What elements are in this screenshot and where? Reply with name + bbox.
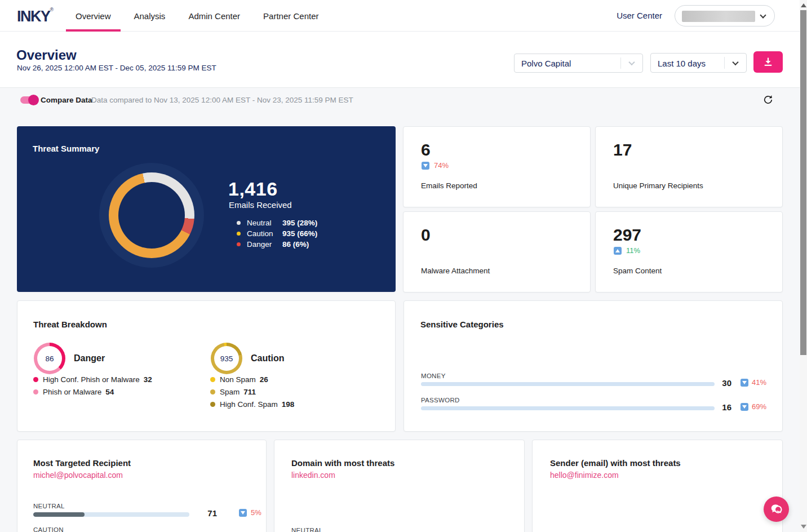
chat-widget-button[interactable] [764, 496, 789, 522]
threat-donut-halo [99, 163, 204, 268]
password-delta: 69% [741, 402, 766, 411]
toggle-knob [28, 95, 39, 105]
stat-label: Unique Primary Recipients [613, 181, 703, 190]
phish-dot-icon [33, 389, 38, 394]
emails-received-label: Emails Received [229, 200, 292, 210]
download-report-button[interactable] [753, 51, 783, 73]
caution-legend: Non Spam 26 Spam 711 High Conf. Spam 198 [210, 373, 294, 410]
danger-dot-icon [237, 242, 241, 246]
period-select[interactable]: Last 10 days [650, 53, 747, 73]
recipient-link[interactable]: michel@polvocapital.com [33, 471, 123, 480]
legend-item: Spam 711 [210, 385, 294, 398]
org-select[interactable]: Polvo Capital [514, 54, 643, 73]
page-header: Overview Nov 26, 2025 12:00 AM EST - Dec… [0, 32, 800, 88]
delta-down-badge-icon [239, 509, 247, 517]
neutral-bar [33, 512, 189, 517]
stat-card-unique-recipients: 17 Unique Primary Recipients [595, 126, 783, 207]
sensitive-categories-card: Sensitive Categories MONEY 30 41% PASSWO… [404, 300, 783, 432]
nav-tabs: Overview Analysis Admin Center Partner C… [76, 0, 318, 32]
delta-percent: 11% [626, 246, 640, 255]
threat-summary-title: Threat Summary [33, 144, 99, 153]
legend-item: High Conf. Phish or Malware 32 [33, 373, 152, 385]
delta-down-badge-icon [422, 162, 429, 170]
money-label: MONEY [421, 373, 446, 379]
neutral-dot-icon [237, 221, 241, 225]
caution-total: 935 [214, 346, 239, 371]
chevron-down-icon [760, 12, 766, 18]
date-range: Nov 26, 2025 12:00 AM EST - Dec 05, 2025… [17, 64, 216, 72]
high-conf-spam-dot-icon [210, 402, 215, 407]
account-dropdown[interactable] [675, 5, 775, 26]
stat-value: 0 [421, 225, 431, 245]
stat-label: Spam Content [613, 267, 662, 275]
compare-toggle-label: Compare Data [41, 96, 92, 104]
compare-data-toggle[interactable] [20, 96, 37, 104]
scrollbar-thumb[interactable] [800, 10, 806, 355]
chevron-down-icon [628, 59, 635, 65]
inky-logo[interactable]: INKY® [17, 7, 54, 25]
neutral-value: 71 [197, 508, 217, 518]
danger-label: Danger [74, 353, 105, 363]
neutral-label: NEUTRAL [33, 503, 65, 509]
card-title: Most Targeted Recipient [33, 458, 131, 468]
card-title: Sender (email) with most threats [550, 458, 681, 468]
neutral-bar-fill [33, 512, 85, 517]
tab-partner-center[interactable]: Partner Center [263, 0, 318, 32]
period-select-value: Last 10 days [658, 58, 706, 68]
page-scrollbar[interactable] [800, 0, 807, 532]
password-label: PASSWORD [421, 397, 460, 404]
stat-value: 17 [613, 140, 632, 159]
stat-delta: 11% [614, 246, 640, 255]
user-center-link[interactable]: User Center [617, 11, 662, 20]
money-bar [421, 382, 715, 386]
registered-mark: ® [50, 7, 54, 12]
danger-legend: High Conf. Phish or Malware 32 Phish or … [33, 373, 152, 398]
stat-card-malware-attachment: 0 Malware Attachment [403, 211, 591, 292]
legend-item: Non Spam 26 [210, 373, 294, 385]
compare-bar: Compare Data Data compared to Nov 13, 20… [0, 88, 800, 119]
money-value: 30 [715, 378, 731, 388]
high-conf-phish-dot-icon [33, 377, 38, 382]
threat-summary-legend: Neutral 395 (28%) Caution 935 (66%) Dang… [237, 218, 317, 250]
neutral-delta: 5% [239, 508, 261, 517]
threat-donut-chart[interactable] [109, 172, 194, 258]
card-title: Domain with most threats [291, 458, 394, 468]
tab-overview[interactable]: Overview [76, 0, 111, 32]
password-bar [421, 406, 715, 410]
download-icon [762, 56, 774, 68]
non-spam-dot-icon [210, 377, 215, 382]
select-divider [724, 57, 725, 69]
caution-label: Caution [251, 353, 285, 363]
domain-link[interactable]: linkedin.com [291, 471, 335, 480]
refresh-button[interactable] [761, 94, 775, 107]
spam-dot-icon [210, 389, 215, 394]
sender-link[interactable]: hello@finimize.com [550, 471, 619, 480]
domain-most-threats-card: Domain with most threats linkedin.com NE… [274, 440, 525, 532]
chevron-down-icon [732, 59, 738, 65]
delta-up-badge-icon [614, 247, 622, 255]
delta-down-badge-icon [741, 403, 748, 411]
page-title: Overview [16, 47, 77, 63]
sender-most-threats-card: Sender (email) with most threats hello@f… [532, 440, 783, 532]
refresh-icon [762, 94, 774, 105]
scrollbar-up-arrow-icon[interactable] [801, 3, 806, 7]
account-name-redacted [682, 11, 755, 22]
money-delta: 41% [741, 378, 766, 387]
select-divider [620, 57, 621, 69]
legend-item-caution: Caution 935 (66%) [237, 228, 317, 239]
delta-percent: 74% [434, 161, 449, 170]
chat-bubbles-icon [769, 502, 784, 517]
org-select-value: Polvo Capital [521, 59, 571, 68]
threat-donut-hole [118, 182, 185, 249]
stat-label: Malware Attachment [421, 267, 490, 275]
neutral-label: NEUTRAL [291, 527, 323, 532]
danger-total: 86 [37, 346, 62, 371]
tab-analysis[interactable]: Analysis [134, 0, 166, 32]
caution-ring-chart: 935 [211, 343, 242, 374]
scrollbar-down-arrow-icon[interactable] [801, 525, 806, 529]
tab-admin-center[interactable]: Admin Center [188, 0, 240, 32]
threat-breakdown-card: Threat Breakdown 86 Danger High Conf. Ph… [17, 300, 396, 432]
stat-delta: 74% [422, 161, 449, 170]
most-targeted-recipient-card: Most Targeted Recipient michel@polvocapi… [17, 440, 267, 532]
stat-value: 6 [421, 140, 431, 159]
